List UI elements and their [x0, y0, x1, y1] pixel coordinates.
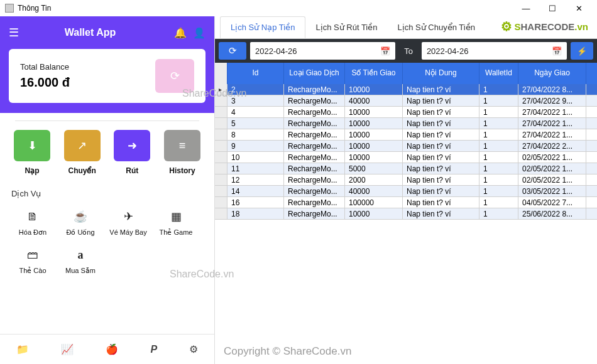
service-drinks[interactable]: ☕ Đồ Uống [58, 208, 103, 237]
cell-desc: Nap tien t? ví [403, 118, 479, 129]
service-flight[interactable]: ✈ Vé Máy Bay [106, 208, 151, 237]
table-row[interactable]: 11RechargeMo...5000Nap tien t? ví102/05/… [215, 163, 597, 174]
row-handle [215, 197, 227, 208]
cell-date: 27/04/2022 2... [518, 141, 586, 151]
settings-icon[interactable]: ⚙ [189, 343, 198, 355]
table-row[interactable]: 3RechargeMo...40000Nap tien t? ví127/04/… [215, 95, 597, 107]
cell-type: RechargeMo... [284, 152, 345, 163]
table-row[interactable]: 10RechargeMo...10000Nap tien t? ví102/05… [215, 152, 597, 163]
paypal-icon[interactable]: P [150, 344, 157, 355]
wallet-panel: ☰ Wallet App 🔔 👤 Total Balance 16.000 đ … [0, 16, 215, 364]
deposit-label: Nạp [13, 166, 52, 175]
data-grid[interactable]: Id Loại Giao Dịch Số Tiền Giao Nội Dung … [215, 63, 597, 364]
table-row[interactable]: ▸2RechargeMo...10000Nap tien t? ví127/04… [215, 84, 597, 95]
table-row[interactable]: 12RechargeMo...2000Nap tien t? ví102/05/… [215, 174, 597, 186]
service-gamecard[interactable]: ▦ Thẻ Game [153, 208, 199, 237]
cell-id: 4 [227, 107, 284, 117]
date-to-value: 2022-04-26 [427, 46, 469, 56]
to-label: To [399, 46, 418, 56]
table-row[interactable]: 18RechargeMo...10000Nap tien t? ví125/06… [215, 208, 597, 220]
cell-type: RechargeMo... [284, 95, 345, 106]
cell-desc: Nap tien t? ví [403, 186, 479, 196]
cell-amount: 40000 [345, 186, 403, 196]
row-handle [215, 141, 227, 151]
cell-date: 27/04/2022 1... [518, 129, 586, 140]
grid-header-type[interactable]: Loại Giao Dịch [284, 63, 345, 84]
chart-icon[interactable]: 📈 [61, 343, 74, 355]
reload-button[interactable]: ⟳ [219, 42, 246, 60]
withdraw-button[interactable]: ➜ [114, 130, 150, 161]
reload-icon: ⟳ [229, 45, 237, 56]
calendar-icon: 📅 [380, 46, 390, 56]
quick-actions: ⬇ Nạp ↗ Chuyển ➜ Rút ≡ History [9, 130, 205, 175]
cell-wallet: 1 [479, 141, 518, 151]
bolt-icon: ⚡ [577, 46, 587, 56]
services-grid: 🗎 Hóa Đơn ☕ Đồ Uống ✈ Vé Máy Bay ▦ Thẻ G… [9, 202, 205, 279]
date-from-input[interactable]: 2022-04-26 📅 [250, 42, 395, 60]
run-filter-button[interactable]: ⚡ [571, 42, 593, 60]
grid-header-id[interactable]: Id [227, 63, 284, 84]
cell-type: RechargeMo... [284, 163, 345, 174]
cell-id: 3 [227, 95, 284, 106]
brand-text: SHARECODE.vn [514, 21, 588, 32]
cell-id: 12 [227, 174, 284, 185]
cell-desc: Nap tien t? ví [403, 197, 479, 208]
cell-desc: Nap tien t? ví [403, 84, 479, 95]
row-handle [215, 163, 227, 174]
card-icon: 🗃 [10, 247, 55, 263]
cell-wallet: 1 [479, 84, 518, 95]
coffee-icon: ☕ [58, 208, 103, 225]
cell-date: 25/06/2022 8... [518, 208, 586, 219]
cell-amount: 10000 [345, 152, 403, 163]
gear-icon: ⚙ [501, 19, 512, 34]
divider [15, 120, 199, 121]
user-icon[interactable]: 👤 [193, 27, 205, 39]
history-panel: Lịch Sử Nạp Tiền Lịch Sử Rút Tiền Lịch S… [215, 16, 597, 364]
cell-desc: Nap tien t? ví [403, 208, 479, 219]
date-to-input[interactable]: 2022-04-26 📅 [422, 42, 567, 60]
grid-header-desc[interactable]: Nội Dung [403, 63, 479, 84]
table-row[interactable]: 4RechargeMo...10000Nap tien t? ví127/04/… [215, 107, 597, 118]
table-row[interactable]: 5RechargeMo...10000Nap tien t? ví127/04/… [215, 118, 597, 129]
tab-withdraw-history[interactable]: Lịch Sử Rút Tiền [305, 16, 387, 38]
deposit-button[interactable]: ⬇ [14, 130, 50, 161]
tab-transfer-history[interactable]: Lịch Sử Chuyển Tiền [387, 16, 485, 38]
history-button[interactable]: ≡ [164, 130, 200, 161]
window-close-button[interactable]: ✕ [566, 0, 592, 16]
cell-amount: 10000 [345, 141, 403, 151]
table-row[interactable]: 14RechargeMo...40000Nap tien t? ví103/05… [215, 186, 597, 197]
cell-wallet: 1 [479, 163, 518, 174]
bell-icon[interactable]: 🔔 [174, 27, 187, 39]
cell-amount: 10000 [345, 208, 403, 219]
cell-type: RechargeMo... [284, 129, 345, 140]
grid-header-amount[interactable]: Số Tiền Giao [345, 63, 403, 84]
cell-id: 2 [227, 84, 284, 95]
refresh-balance-button[interactable]: ⟳ [155, 59, 194, 93]
tab-deposit-history[interactable]: Lịch Sử Nạp Tiền [220, 16, 305, 38]
withdraw-label: Rút [112, 166, 151, 175]
grid-header-date[interactable]: Ngày Giao [518, 63, 586, 84]
service-shopping[interactable]: a Mua Sắm [58, 247, 103, 275]
apple-icon[interactable]: 🍎 [106, 343, 118, 355]
cell-wallet: 1 [479, 107, 518, 117]
cell-id: 8 [227, 129, 284, 140]
service-scratch[interactable]: 🗃 Thẻ Cào [10, 247, 55, 275]
transfer-button[interactable]: ↗ [64, 130, 101, 161]
window-minimize-button[interactable]: — [513, 0, 539, 16]
grid-header-wallet[interactable]: WalletId [479, 63, 518, 84]
window-maximize-button[interactable]: ☐ [539, 0, 566, 16]
brand-logo: ⚙ SHARECODE.vn [501, 19, 588, 34]
cell-amount: 10000 [345, 107, 403, 117]
wallet-header: ☰ Wallet App 🔔 👤 [0, 16, 214, 49]
table-row[interactable]: 16RechargeMo...100000Nap tien t? ví104/0… [215, 197, 597, 208]
table-row[interactable]: 9RechargeMo...10000Nap tien t? ví127/04/… [215, 141, 597, 152]
grid-header: Id Loại Giao Dịch Số Tiền Giao Nội Dung … [215, 63, 597, 84]
service-bill[interactable]: 🗎 Hóa Đơn [10, 208, 55, 237]
row-handle [215, 129, 227, 140]
history-label: History [163, 166, 202, 175]
cell-amount: 100000 [345, 197, 403, 208]
cell-desc: Nap tien t? ví [403, 129, 479, 140]
table-row[interactable]: 8RechargeMo...10000Nap tien t? ví127/04/… [215, 129, 597, 141]
cell-wallet: 1 [479, 95, 518, 106]
folder-icon[interactable]: 📁 [16, 343, 29, 355]
